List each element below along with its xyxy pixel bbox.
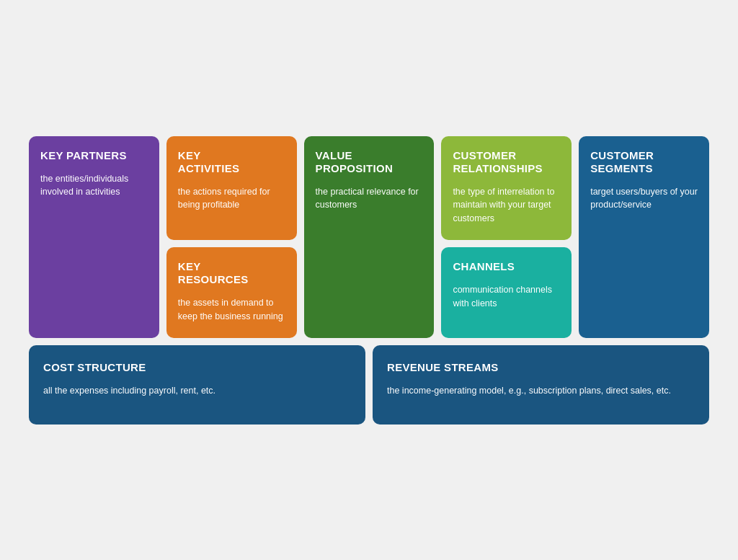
top-grid: KEY PARTNERS the entities/individuals in… (29, 136, 709, 338)
key-activities-card: KEYACTIVITIES the actions required for b… (166, 136, 297, 240)
key-resources-desc: the assets in demand to keep the busines… (178, 296, 285, 324)
channels-desc: communication channels with clients (453, 283, 560, 311)
channels-title: CHANNELS (453, 260, 560, 273)
cost-structure-title: COST STRUCTURE (43, 361, 351, 374)
revenue-streams-desc: the income-generating model, e.g., subsc… (387, 384, 695, 398)
key-resources-card: KEYRESOURCES the assets in demand to kee… (166, 247, 297, 338)
customer-segments-desc: target users/buyers of your product/serv… (590, 185, 698, 213)
key-partners-desc: the entities/individuals involved in act… (40, 172, 148, 200)
customer-segments-title: CUSTOMERSEGMENTS (590, 149, 698, 175)
value-proposition-title: VALUEPROPOSITION (316, 149, 423, 175)
value-proposition-card: VALUEPROPOSITION the practical relevance… (304, 136, 435, 338)
revenue-streams-card: REVENUE STREAMS the income-generating mo… (373, 345, 709, 425)
key-resources-title: KEYRESOURCES (178, 260, 285, 286)
business-model-canvas: KEY PARTNERS the entities/individuals in… (14, 122, 724, 439)
customer-segments-card: CUSTOMERSEGMENTS target users/buyers of … (579, 136, 709, 338)
customer-relationships-card: CUSTOMERRELATIONSHIPS the type of interr… (441, 136, 572, 240)
key-activities-desc: the actions required for being profitabl… (178, 185, 285, 213)
revenue-streams-title: REVENUE STREAMS (387, 361, 695, 374)
customer-relationships-desc: the type of interrelation to maintain wi… (453, 185, 560, 226)
cost-structure-card: COST STRUCTURE all the expenses includin… (29, 345, 365, 425)
channels-card: CHANNELS communication channels with cli… (441, 247, 572, 338)
customer-relationships-title: CUSTOMERRELATIONSHIPS (453, 149, 560, 175)
bottom-grid: COST STRUCTURE all the expenses includin… (29, 345, 709, 425)
key-activities-title: KEYACTIVITIES (178, 149, 285, 175)
key-partners-card: KEY PARTNERS the entities/individuals in… (29, 136, 159, 338)
cost-structure-desc: all the expenses including payroll, rent… (43, 384, 351, 398)
key-partners-title: KEY PARTNERS (40, 149, 148, 162)
value-proposition-desc: the practical relevance for customers (316, 185, 423, 213)
